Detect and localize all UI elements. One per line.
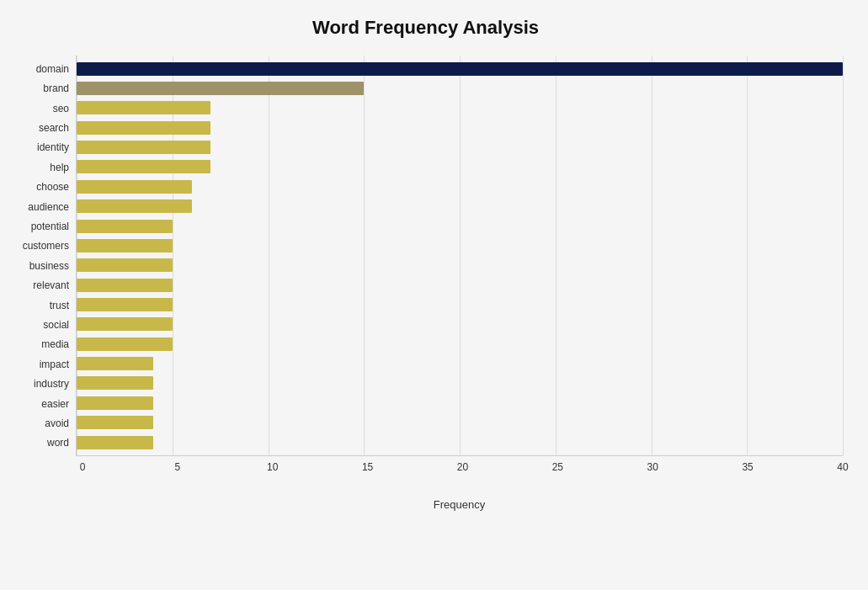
y-label: seo <box>53 104 69 114</box>
y-label: trust <box>50 300 69 311</box>
bar <box>77 199 192 213</box>
bar <box>77 279 173 292</box>
y-label: domain <box>36 64 69 74</box>
x-tick: 5 <box>175 461 181 473</box>
y-label: identity <box>37 142 69 152</box>
bars-and-grid <box>76 56 843 456</box>
y-label: easier <box>41 399 69 409</box>
y-label: avoid <box>45 418 69 428</box>
x-tick: 0 <box>80 461 86 473</box>
chart-container: Word Frequency Analysis domainbrandseose… <box>0 0 868 590</box>
y-label: social <box>43 320 69 330</box>
bar <box>77 62 843 76</box>
bar <box>77 416 153 429</box>
bar-row <box>77 178 843 195</box>
bar <box>77 101 210 114</box>
bar-row <box>77 61 843 77</box>
bar-row <box>77 257 843 274</box>
bar-row <box>77 336 843 353</box>
y-label: relevant <box>33 280 69 290</box>
bar <box>77 239 173 252</box>
bar-row <box>77 158 843 175</box>
x-tick: 40 <box>837 461 848 473</box>
bar <box>77 141 210 154</box>
chart-area: domainbrandseosearchidentityhelpchooseau… <box>8 56 843 511</box>
bar-row <box>77 414 843 431</box>
bar-row <box>77 355 843 372</box>
bar <box>77 338 173 351</box>
bar <box>77 160 210 173</box>
bar <box>77 357 153 370</box>
y-label: business <box>29 261 69 271</box>
x-tick: 10 <box>267 461 278 473</box>
bar <box>77 376 153 390</box>
bar-row <box>77 375 843 391</box>
bar-row <box>77 80 843 97</box>
y-label: impact <box>40 359 69 369</box>
bar <box>77 220 173 233</box>
y-label: customers <box>23 241 69 251</box>
bar-row <box>77 277 843 294</box>
bar-row <box>77 139 843 156</box>
y-label: help <box>50 162 69 173</box>
bar-row <box>77 395 843 412</box>
bar <box>77 82 364 95</box>
y-label: search <box>39 123 69 133</box>
bar-row <box>77 296 843 313</box>
x-tick: 30 <box>647 461 658 473</box>
x-tick: 15 <box>362 461 373 473</box>
bar-row <box>77 99 843 116</box>
bar <box>77 436 153 449</box>
bars-wrapper <box>77 56 843 455</box>
x-tick: 35 <box>742 461 753 473</box>
bar <box>77 396 153 410</box>
bar <box>77 258 173 272</box>
y-label: choose <box>36 182 69 192</box>
bar-row <box>77 434 843 451</box>
y-labels: domainbrandseosearchidentityhelpchooseau… <box>8 56 76 456</box>
y-label: brand <box>43 83 69 93</box>
chart-inner: domainbrandseosearchidentityhelpchooseau… <box>8 56 843 456</box>
bar <box>77 298 173 311</box>
chart-title: Word Frequency Analysis <box>8 17 843 39</box>
bar-row <box>77 237 843 254</box>
y-label: word <box>47 438 69 448</box>
y-label: media <box>41 339 69 349</box>
y-label: audience <box>28 202 69 212</box>
x-tick: 20 <box>457 461 468 473</box>
bar <box>77 317 173 331</box>
grid-line <box>843 56 844 455</box>
x-axis-title: Frequency <box>76 498 843 511</box>
bar <box>77 180 192 194</box>
bar-row <box>77 218 843 235</box>
x-axis-labels: 0510152025303540 <box>83 461 843 476</box>
x-tick: 25 <box>552 461 563 473</box>
bar-row <box>77 198 843 215</box>
bar <box>77 121 210 135</box>
y-label: industry <box>34 379 69 389</box>
bar-row <box>77 120 843 136</box>
bar-row <box>77 316 843 332</box>
y-label: potential <box>31 221 69 231</box>
